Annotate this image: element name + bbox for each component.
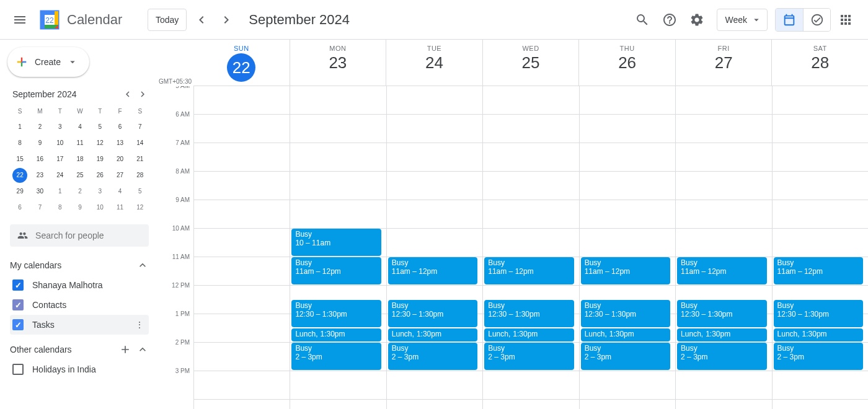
app-logo[interactable]: 22 Calendar [37, 7, 122, 32]
mini-day-cell[interactable]: 30 [32, 184, 47, 199]
search-people-input[interactable] [35, 231, 141, 240]
mini-day-cell[interactable]: 21 [133, 152, 148, 167]
tasks-view-toggle[interactable] [803, 9, 830, 31]
mini-day-cell[interactable]: 11 [113, 200, 128, 215]
mini-day-cell[interactable]: 29 [12, 184, 27, 199]
calendar-event[interactable]: Busy12:30 – 1:30pm [774, 300, 863, 327]
mini-day-cell[interactable]: 1 [53, 184, 68, 199]
mini-day-cell[interactable]: 12 [133, 200, 148, 215]
calendar-event[interactable]: Busy12:30 – 1:30pm [291, 300, 381, 327]
mini-day-cell[interactable]: 8 [53, 200, 68, 215]
google-apps-button[interactable] [833, 7, 858, 32]
day-header[interactable]: FRI27 [675, 40, 772, 86]
calendar-event[interactable]: Busy2 – 3pm [581, 343, 670, 370]
other-calendars-toggle[interactable]: Other calendars [10, 340, 149, 359]
today-button[interactable]: Today [148, 9, 187, 31]
calendar-event[interactable]: Busy12:30 – 1:30pm [581, 300, 670, 327]
mini-day-cell[interactable]: 16 [32, 152, 47, 167]
mini-day-cell[interactable]: 1 [12, 120, 27, 134]
next-period-button[interactable] [216, 10, 236, 30]
mini-day-cell[interactable]: 24 [53, 168, 68, 183]
day-header[interactable]: THU26 [578, 40, 675, 86]
calendar-event[interactable]: Busy11am – 12pm [677, 257, 766, 284]
calendar-event[interactable]: Busy12:30 – 1:30pm [388, 300, 477, 327]
calendar-event[interactable]: Lunch1:30pm [484, 328, 574, 341]
day-column[interactable]: Busy11am – 12pmBusy12:30 – 1:30pmLunch1:… [579, 86, 675, 409]
mini-day-cell[interactable]: 3 [53, 120, 68, 134]
calendar-event[interactable]: Busy2 – 3pm [484, 343, 574, 370]
calendar-list-item[interactable]: Holidays in India [10, 359, 149, 379]
mini-day-cell[interactable]: 17 [53, 152, 68, 167]
calendar-event[interactable]: Lunch1:30pm [774, 328, 863, 341]
mini-day-cell[interactable]: 26 [92, 168, 107, 183]
calendar-checkbox[interactable] [12, 299, 24, 310]
search-people[interactable] [10, 224, 149, 247]
calendar-options-button[interactable]: ⋮ [135, 320, 149, 330]
mini-day-cell[interactable]: 7 [32, 200, 47, 215]
mini-day-cell[interactable]: 10 [53, 136, 68, 151]
calendar-event[interactable]: Busy11am – 12pm [484, 257, 574, 284]
calendar-event[interactable]: Busy12:30 – 1:30pm [677, 300, 766, 327]
mini-day-cell[interactable]: 3 [92, 184, 107, 199]
day-column[interactable]: Busy10 – 11amBusy11am – 12pmBusy12:30 – … [290, 86, 386, 409]
mini-day-cell[interactable]: 2 [32, 120, 47, 134]
calendar-list-item[interactable]: Contacts [10, 295, 149, 315]
calendar-view-toggle[interactable] [776, 9, 803, 31]
mini-day-cell[interactable]: 10 [92, 200, 107, 215]
mini-prev-month[interactable] [120, 87, 135, 102]
calendar-event[interactable]: Busy10 – 11am [291, 229, 381, 256]
calendar-event[interactable]: Busy2 – 3pm [774, 343, 863, 370]
day-number[interactable]: 27 [676, 53, 772, 73]
mini-day-cell[interactable]: 22 [12, 168, 27, 183]
calendar-event[interactable]: Lunch1:30pm [677, 328, 766, 341]
calendar-event[interactable]: Busy2 – 3pm [677, 343, 766, 370]
settings-button[interactable] [684, 7, 709, 32]
mini-day-cell[interactable]: 28 [133, 168, 148, 183]
day-number[interactable]: 25 [483, 53, 579, 73]
day-header[interactable]: MON23 [290, 40, 386, 86]
mini-day-cell[interactable]: 8 [12, 136, 27, 151]
day-column[interactable] [193, 86, 290, 409]
add-calendar-icon[interactable] [119, 343, 131, 356]
view-selector[interactable]: Week [717, 9, 768, 31]
mini-day-cell[interactable]: 6 [12, 200, 27, 215]
mini-day-cell[interactable]: 5 [133, 184, 148, 199]
calendar-event[interactable]: Busy11am – 12pm [388, 257, 477, 284]
mini-day-cell[interactable]: 18 [73, 152, 87, 167]
prev-period-button[interactable] [192, 10, 211, 30]
mini-day-cell[interactable]: 23 [32, 168, 47, 183]
calendar-event[interactable]: Busy2 – 3pm [388, 343, 477, 370]
calendar-checkbox[interactable] [12, 319, 24, 330]
day-number[interactable]: 26 [579, 53, 675, 73]
mini-day-cell[interactable]: 27 [113, 168, 128, 183]
calendar-checkbox[interactable] [12, 279, 24, 291]
mini-day-cell[interactable]: 7 [133, 120, 148, 134]
mini-day-cell[interactable]: 12 [92, 136, 107, 151]
calendar-event[interactable]: Busy11am – 12pm [774, 257, 863, 284]
search-button[interactable] [630, 7, 655, 32]
create-button[interactable]: Create [7, 47, 89, 77]
day-column[interactable]: Busy11am – 12pmBusy12:30 – 1:30pmLunch1:… [772, 86, 868, 409]
mini-day-cell[interactable]: 4 [113, 184, 128, 199]
calendar-list-item[interactable]: Tasks⋮ [10, 315, 149, 335]
mini-day-cell[interactable]: 5 [92, 120, 107, 134]
mini-day-cell[interactable]: 20 [113, 152, 128, 167]
mini-day-cell[interactable]: 9 [32, 136, 47, 151]
calendar-checkbox[interactable] [12, 364, 24, 375]
day-number[interactable]: 22 [227, 53, 255, 82]
calendar-event[interactable]: Busy12:30 – 1:30pm [484, 300, 574, 327]
calendar-event[interactable]: Busy11am – 12pm [291, 257, 381, 284]
day-header[interactable]: TUE24 [386, 40, 482, 86]
mini-day-cell[interactable]: 25 [73, 168, 87, 183]
main-menu-button[interactable] [5, 5, 35, 35]
calendar-event[interactable]: Lunch1:30pm [581, 328, 670, 341]
mini-day-cell[interactable]: 2 [73, 184, 87, 199]
mini-day-cell[interactable]: 9 [73, 200, 87, 215]
mini-day-cell[interactable]: 11 [73, 136, 87, 151]
day-header[interactable]: SAT28 [771, 40, 868, 86]
mini-day-cell[interactable]: 15 [12, 152, 27, 167]
mini-day-cell[interactable]: 13 [113, 136, 128, 151]
day-column[interactable]: Busy11am – 12pmBusy12:30 – 1:30pmLunch1:… [675, 86, 771, 409]
day-column[interactable]: Busy11am – 12pmBusy12:30 – 1:30pmLunch1:… [482, 86, 578, 409]
day-header[interactable]: SUN22 [193, 40, 290, 86]
